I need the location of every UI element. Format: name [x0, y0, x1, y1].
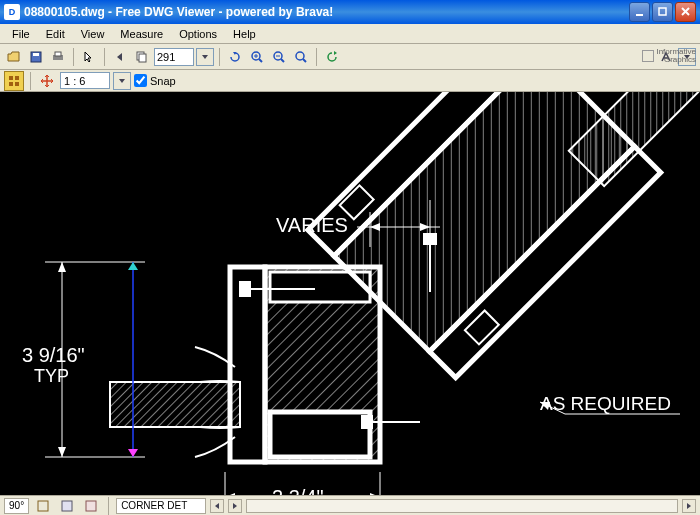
svg-line-18 — [303, 59, 306, 62]
status-icon-3[interactable] — [81, 496, 101, 516]
separator — [30, 72, 31, 90]
separator — [219, 48, 220, 66]
menu-measure[interactable]: Measure — [112, 26, 171, 42]
svg-rect-20 — [15, 76, 19, 80]
maximize-button[interactable] — [652, 2, 673, 22]
snap-checkbox[interactable]: Snap — [134, 74, 176, 87]
ratio-dropdown[interactable] — [113, 72, 131, 90]
move-button[interactable] — [37, 71, 57, 91]
svg-rect-22 — [15, 82, 19, 86]
svg-text:VARIES: VARIES — [276, 214, 348, 236]
page-dropdown[interactable] — [196, 48, 214, 66]
brand-logo: InformativeGraphics — [642, 48, 696, 64]
scroll-left[interactable] — [210, 499, 224, 513]
rotate-left-button[interactable] — [225, 47, 245, 67]
separator — [104, 48, 105, 66]
zoom-fit-button[interactable] — [291, 47, 311, 67]
menu-edit[interactable]: Edit — [38, 26, 73, 42]
svg-text:2 3/4": 2 3/4" — [272, 486, 324, 495]
grid-button[interactable] — [4, 71, 24, 91]
zoom-in-button[interactable] — [247, 47, 267, 67]
svg-rect-5 — [33, 53, 39, 56]
svg-rect-7 — [55, 52, 61, 56]
separator — [316, 48, 317, 66]
svg-rect-27 — [110, 382, 240, 427]
svg-rect-40 — [362, 416, 372, 428]
svg-rect-1 — [659, 8, 666, 15]
menu-options[interactable]: Options — [171, 26, 225, 42]
prev-page-button[interactable] — [110, 47, 130, 67]
svg-rect-9 — [139, 54, 146, 62]
zoom-out-button[interactable] — [269, 47, 289, 67]
minimize-button[interactable] — [629, 2, 650, 22]
svg-line-11 — [259, 59, 262, 62]
ratio-input[interactable]: 1 : 6 — [60, 72, 110, 89]
menu-view[interactable]: View — [73, 26, 113, 42]
svg-line-15 — [281, 59, 284, 62]
svg-text:AS REQUIRED: AS REQUIRED — [540, 393, 671, 414]
title-bar: D 08800105.dwg - Free DWG Viewer - power… — [0, 0, 700, 24]
sheet-tab[interactable]: CORNER DET — [116, 498, 206, 514]
svg-rect-19 — [9, 76, 13, 80]
snap-check[interactable] — [134, 74, 147, 87]
select-button[interactable] — [79, 47, 99, 67]
scrollbar-track[interactable] — [246, 499, 678, 513]
angle-box: 90° — [4, 498, 29, 514]
scroll-right[interactable] — [228, 499, 242, 513]
separator — [73, 48, 74, 66]
refresh-button[interactable] — [322, 47, 342, 67]
svg-rect-63 — [86, 501, 96, 511]
toolbar-secondary: 1 : 6 Snap — [0, 70, 700, 92]
svg-rect-31 — [270, 412, 370, 457]
page-input[interactable] — [154, 48, 194, 66]
scroll-right-2[interactable] — [682, 499, 696, 513]
status-icon-2[interactable] — [57, 496, 77, 516]
logo-icon — [642, 50, 654, 62]
drawing-canvas[interactable]: 3 9/16" TYP VARIES 2 3/4" AS REQUIRED — [0, 92, 700, 495]
copy-button[interactable] — [132, 47, 152, 67]
svg-rect-62 — [62, 501, 72, 511]
open-button[interactable] — [4, 47, 24, 67]
menu-help[interactable]: Help — [225, 26, 264, 42]
toolbar-main — [0, 44, 700, 70]
svg-text:3 9/16": 3 9/16" — [22, 344, 85, 366]
svg-rect-61 — [38, 501, 48, 511]
print-button[interactable] — [48, 47, 68, 67]
app-icon: D — [4, 4, 20, 20]
status-bar: 90° CORNER DET — [0, 495, 700, 515]
window-title: 08800105.dwg - Free DWG Viewer - powered… — [24, 5, 629, 19]
snap-label: Snap — [150, 75, 176, 87]
save-button[interactable] — [26, 47, 46, 67]
close-button[interactable] — [675, 2, 696, 22]
svg-rect-21 — [9, 82, 13, 86]
status-icon-1[interactable] — [33, 496, 53, 516]
svg-point-17 — [296, 52, 304, 60]
svg-rect-38 — [240, 282, 250, 296]
menu-file[interactable]: File — [4, 26, 38, 42]
svg-text:TYP: TYP — [34, 366, 69, 386]
window-buttons — [629, 2, 696, 22]
menu-bar: File Edit View Measure Options Help — [0, 24, 700, 44]
separator — [108, 497, 109, 515]
